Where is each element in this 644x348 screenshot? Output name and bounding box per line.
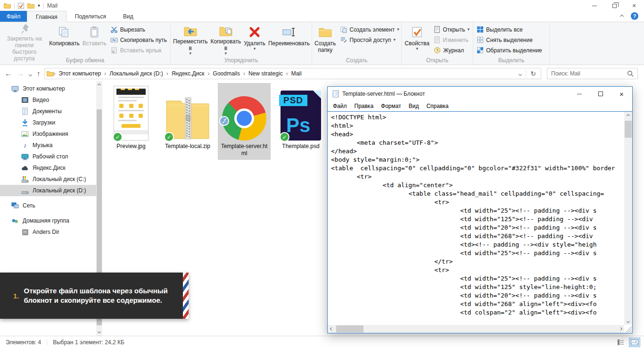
properties-button[interactable]: Свойства ▾ [403,23,431,56]
rename-button[interactable]: Переименовать [267,23,311,56]
sidebar-item-homegroup[interactable]: Домашняя группа [0,215,96,226]
thumbnails-view-button[interactable] [629,338,640,347]
menu-file[interactable]: Файл [329,103,351,109]
scroll-left-icon[interactable] [328,325,335,333]
file-themplate-psd[interactable]: PSD Ps ✓ Themplate.psd [274,83,327,160]
sidebar-item-network[interactable]: Сеть [0,200,96,211]
recent-locations-icon[interactable] [29,69,32,77]
sidebar-item-documents[interactable]: Документы [0,106,96,117]
address-dropdown-icon[interactable] [519,70,521,77]
scroll-down-icon[interactable] [624,317,632,325]
notepad-titlebar[interactable]: Template-server.html — Блокнот × [328,87,632,101]
pin-to-quick-access-button[interactable]: Закрепить на панели быстрого доступа [1,23,48,56]
button-label: Переместить в [173,38,208,51]
collapse-ribbon-icon[interactable] [620,13,623,19]
copy-path-button[interactable]: Скопировать путь [108,35,169,44]
notepad-minimize-button[interactable] [569,87,590,101]
sidebar-item-this-pc[interactable]: Этот компьютер [0,83,96,94]
synced-badge-icon: ✓ [164,132,174,142]
new-folder-button[interactable]: Создать папку [313,23,338,56]
notepad-horizontal-scrollbar[interactable] [328,325,624,333]
paste-shortcut-button[interactable]: Вставить ярлык [108,46,169,55]
select-all-button[interactable]: Выделить все [474,25,545,34]
breadcrumb-disk-d[interactable]: Локальный диск (D:) [106,70,166,77]
notepad-maximize-button[interactable] [590,87,611,101]
notepad-edit-area[interactable]: <!DOCTYPE html> <html> <head> <meta char… [328,111,632,333]
qat-dropdown-icon[interactable]: ▾ [38,3,40,8]
notepad-vertical-scrollbar[interactable] [624,112,632,325]
breadcrumb-mail[interactable]: Mail [288,70,305,77]
cut-button[interactable]: Вырезать [108,25,169,34]
tab-share[interactable]: Поделиться [66,11,115,22]
tab-home[interactable]: Главная [27,11,66,22]
new-folder-icon[interactable] [27,3,34,8]
resize-grip[interactable] [625,325,632,332]
search-box[interactable] [547,68,638,79]
menu-edit[interactable]: Правка [351,103,378,109]
address-bar[interactable]: › Этот компьютер › Локальный диск (D:) ›… [44,68,542,79]
sidebar-item-pictures[interactable]: Изображения [0,128,96,140]
notepad-title: Template-server.html — Блокнот [342,91,425,97]
close-button[interactable]: × [624,0,644,11]
sidebar-item-disk-d[interactable]: Локальный диск (D:) [0,185,96,196]
refresh-icon[interactable]: ↻ [530,70,536,77]
ribbon-group-clipboard: Закрепить на панели быстрого доступа Коп… [0,22,171,65]
separator [526,70,526,77]
help-icon[interactable]: ? [631,12,638,20]
paste-button[interactable]: Вставить [81,23,108,56]
notepad-text-content[interactable]: <!DOCTYPE html> <html> <head> <meta char… [331,113,624,317]
folder-icon[interactable] [4,3,11,8]
menu-format[interactable]: Формат [377,103,405,109]
breadcrumb-yandex-disk[interactable]: Яндекс.Диск [168,70,208,77]
breadcrumb-goodmails[interactable]: Goodmails [210,70,243,77]
properties-check-icon[interactable] [18,3,24,9]
delete-button[interactable]: Удалить ▾ [242,23,267,56]
select-none-button[interactable]: Снять выделение [474,35,545,44]
copy-button[interactable]: Копировать [48,23,81,56]
breadcrumb-new-strategic[interactable]: New strategic [245,70,286,77]
sidebar-item-yandex-disk[interactable]: Яндекс.Диск [0,162,96,174]
invert-selection-button[interactable]: Обратить выделение [474,46,545,55]
copy-to-button[interactable]: Копировать в ▾ [209,23,243,56]
sidebar-item-label: Рабочий стол [33,153,68,160]
notepad-close-button[interactable]: × [611,87,632,101]
ribbon: Закрепить на панели быстрого доступа Коп… [0,22,644,65]
sidebar-item-videos[interactable]: Видео [0,94,96,106]
sidebar-item-anders-dir[interactable]: H Anders Dir [0,226,96,238]
breadcrumb-this-pc[interactable]: Этот компьютер [56,70,105,77]
sidebar-item-downloads[interactable]: Загрузки [0,117,96,128]
scroll-right-icon[interactable] [617,325,624,333]
search-input[interactable] [551,70,627,77]
file-preview-jpg[interactable]: ✓ Preview.jpg [105,83,157,160]
file-template-server-html[interactable]: Template-server.html [218,83,271,160]
history-button[interactable]: Журнал [431,46,472,55]
scrollbar-thumb[interactable] [625,121,632,138]
minimize-button[interactable] [585,0,604,11]
new-item-button[interactable]: Создать элемент ▾ [338,25,402,34]
sidebar-item-music[interactable]: ♪ Музыка [0,140,96,151]
button-label: Создать папку [314,40,336,53]
open-button[interactable]: Открыть ▾ [431,25,472,34]
tab-view[interactable]: Вид [115,11,142,22]
scrollbar-thumb[interactable] [336,325,363,332]
move-to-button[interactable]: Переместить в ▾ [172,23,209,56]
airmail-stripes-decoration [183,273,189,319]
delete-icon [248,24,261,40]
copy-to-icon [219,24,233,38]
back-button[interactable]: ← [5,69,12,77]
sidebar-item-desktop[interactable]: Рабочий стол [0,151,96,162]
edit-button[interactable]: Изменить [431,35,472,44]
menu-view[interactable]: Вид [405,103,423,109]
easy-access-button[interactable]: Простой доступ ▾ [338,35,402,44]
up-button[interactable]: ↑ [37,69,41,77]
details-view-button[interactable] [615,338,627,347]
scroll-down-icon[interactable] [96,328,102,335]
forward-button[interactable]: → [17,69,24,77]
menu-help[interactable]: Справка [422,103,452,109]
tab-file[interactable]: Файл [0,11,27,22]
file-template-local-zip[interactable]: ✓ Template-local.zip [161,83,214,160]
restore-button[interactable] [604,0,624,11]
scroll-up-icon[interactable] [96,82,102,89]
scroll-up-icon[interactable] [624,112,632,119]
sidebar-item-disk-c[interactable]: Локальный диск (C:) [0,174,96,185]
